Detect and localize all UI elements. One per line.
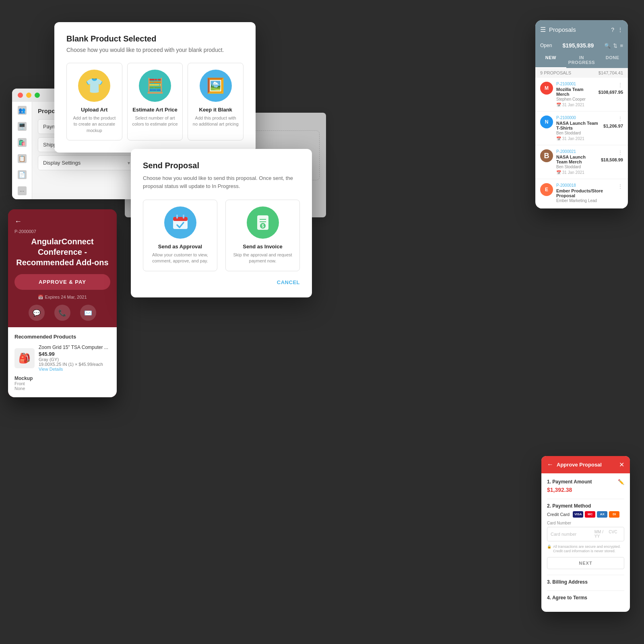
more-options-icon-1[interactable]: ⋮ <box>617 82 623 88</box>
sidebar-icon-people[interactable]: 👥 <box>18 106 27 115</box>
backpack-icon: 🎒 <box>19 353 31 364</box>
more-icon[interactable]: ⋮ <box>617 27 623 33</box>
divider-3 <box>547 590 624 591</box>
header-left: ☰ Proposals <box>540 26 576 33</box>
keep-blank-option[interactable]: 🖼️ Keep it Blank Add this product with n… <box>188 63 244 140</box>
sidebar-icon-clipboard[interactable]: 📋 <box>18 154 27 163</box>
close-icon[interactable]: ✕ <box>619 461 624 469</box>
proposal-item-2[interactable]: N P-2100000 NASA Launch Team T-Shirts Be… <box>535 111 628 145</box>
send-proposal-options: Send as Approval Allow your customer to … <box>143 200 300 271</box>
proposal-date-2: 📅 31 Jan 2021 <box>556 136 600 141</box>
display-settings-accordion[interactable]: Display Settings ▾ <box>38 155 135 170</box>
proposal-content-2: P-2100000 NASA Launch Team T-Shirts Ben … <box>556 116 600 141</box>
canvas-icon: 🖼️ <box>206 77 225 94</box>
send-as-approval-option[interactable]: Send as Approval Allow your customer to … <box>143 200 217 271</box>
proposal-person-3: Ben Stoddard <box>556 165 598 169</box>
blank-product-subtitle: Choose how you would like to proceed wit… <box>66 47 244 53</box>
next-button[interactable]: NEXT <box>547 557 624 569</box>
search-icon[interactable]: 🔍 <box>604 43 611 49</box>
back-icon[interactable]: ← <box>547 461 553 468</box>
payment-amount-section: 1. Payment Amount ✏️ $1,392.38 <box>547 479 624 493</box>
filter-icon[interactable]: ≡ <box>620 43 623 49</box>
more-options-icon-4[interactable]: ⋮ <box>617 183 623 190</box>
estimate-art-desc: Select number of art colors to estimate … <box>132 115 179 128</box>
amex-icon: AX <box>597 511 607 518</box>
close-traffic-light[interactable] <box>18 93 23 98</box>
send-approval-icon-circle <box>164 206 196 239</box>
estimate-art-icon-circle: 🧮 <box>139 70 171 102</box>
tab-in-progress[interactable]: IN PROGRESS <box>566 52 597 68</box>
sidebar-icon-more[interactable]: ··· <box>18 186 27 195</box>
payment-method-section: 2. Payment Method Credit Card VISA MC AX… <box>547 503 624 569</box>
approve-proposal-panel: ← Approve Proposal ✕ 1. Payment Amount ✏… <box>541 456 630 612</box>
mastercard-icon: MC <box>585 511 595 518</box>
lock-icon: 🔒 <box>547 545 551 554</box>
view-details-link[interactable]: View Details <box>39 367 110 372</box>
mm-yy-field[interactable]: MM / YY <box>594 530 607 539</box>
phone-icon: 📞 <box>58 309 66 317</box>
send-proposal-description: Choose how you would like to send this p… <box>143 174 300 190</box>
blank-product-title: Blank Product Selected <box>66 34 244 43</box>
approve-pay-button[interactable]: APPROVE & PAY <box>14 274 110 290</box>
product-image: 🎒 <box>14 348 35 368</box>
proposal-amount-2: $1,206.97 <box>603 124 623 128</box>
cvc-field[interactable]: CVC <box>609 530 621 539</box>
product-name-label: Zoom Grid 15" TSA Computer ... <box>39 345 110 350</box>
estimate-art-option[interactable]: 🧮 Estimate Art Price Select number of ar… <box>127 63 183 140</box>
avatar-2: N <box>540 116 553 128</box>
edit-icon[interactable]: ✏️ <box>618 479 624 485</box>
open-bar: Open $195,935.89 🔍 ⇅ ≡ <box>535 39 628 52</box>
billing-address-section: 3. Billing Address <box>547 579 624 585</box>
proposal-item-1[interactable]: M P-2100001 Mozilla Team Merch Stephen C… <box>535 78 628 111</box>
phone-button[interactable]: 📞 <box>54 305 70 321</box>
sidebar-icon-desktop[interactable]: 🖥️ <box>18 122 27 131</box>
proposal-person-4: Ember Marketing Lead <box>556 198 614 203</box>
maximize-traffic-light[interactable] <box>35 93 40 98</box>
chat-button[interactable]: 💬 <box>29 305 45 321</box>
keep-blank-desc: Add this product with no additional art … <box>192 115 239 128</box>
expires-label: 📅 Expires 24 Mar, 2021 <box>14 295 110 300</box>
agree-terms-section: 4. Agree to Terms <box>547 595 624 601</box>
mail-button[interactable]: ✉️ <box>80 305 96 321</box>
secure-note: 🔒 All transactions are secure and encryp… <box>547 545 624 554</box>
credit-card-label[interactable]: Credit Card <box>547 512 570 517</box>
more-options-icon-3[interactable]: ⋮ <box>617 149 623 156</box>
sidebar-icon-shopping[interactable]: 🛍️ <box>18 138 27 147</box>
sort-icon[interactable]: ⇅ <box>613 43 617 49</box>
product-quantity: 19.00X5.25 IN (1) × $45.99/each <box>39 362 110 367</box>
calendar-icon: 📅 <box>556 170 562 175</box>
approve-proposal-body: 1. Payment Amount ✏️ $1,392.38 2. Paymen… <box>541 473 630 612</box>
more-options-icon-2[interactable]: ⋮ <box>617 116 623 122</box>
calculator-icon: 🧮 <box>146 77 164 94</box>
card-number-section: Card Number Card number MM / YY CVC <box>547 521 624 541</box>
mockup-section: Mockup Front None <box>14 376 110 391</box>
calendar-icon: 📅 <box>556 103 562 107</box>
divider-1 <box>547 499 624 499</box>
mockup-label: Mockup <box>14 376 110 381</box>
action-icons: 💬 📞 ✉️ <box>14 305 110 321</box>
tab-new[interactable]: NEW <box>535 52 566 68</box>
send-as-invoice-title: Send as Invoice <box>230 244 295 250</box>
sidebar-icon-document[interactable]: 📄 <box>18 170 27 179</box>
back-button[interactable]: ← <box>14 217 110 226</box>
tab-done[interactable]: DONE <box>597 52 628 68</box>
proposal-name-1: Mozilla Team Merch <box>556 87 595 97</box>
proposal-item-4[interactable]: E P-2000018 Ember Products/Store Proposa… <box>535 179 628 208</box>
recommended-products-title: Recommended Products <box>14 334 110 340</box>
calendar-icon: 📅 <box>556 136 562 141</box>
proposal-date-3: 📅 31 Jan 2021 <box>556 170 598 175</box>
avatar-1: M <box>540 82 553 95</box>
proposal-id-3: P-2000021 <box>556 149 598 154</box>
agree-terms-label: 4. Agree to Terms <box>547 595 624 601</box>
minimize-traffic-light[interactable] <box>26 93 31 98</box>
send-as-invoice-option[interactable]: $ Send as Invoice Skip the approval and … <box>225 200 300 271</box>
header-icons: ? ⋮ <box>611 27 623 33</box>
avatar-4: E <box>540 183 553 196</box>
mobile-proposal-body: Recommended Products 🎒 Zoom Grid 15" TSA… <box>8 327 117 397</box>
cancel-button[interactable]: CANCEL <box>143 279 300 285</box>
card-number-input[interactable]: Card number MM / YY CVC <box>547 527 624 541</box>
proposal-item-3[interactable]: B P-2000021 NASA Launch Team Merch Ben S… <box>535 145 628 179</box>
help-icon[interactable]: ? <box>611 27 614 33</box>
upload-art-option[interactable]: 👕 Upload Art Add art to the product to c… <box>66 63 122 140</box>
hamburger-menu-icon[interactable]: ☰ <box>540 26 546 33</box>
